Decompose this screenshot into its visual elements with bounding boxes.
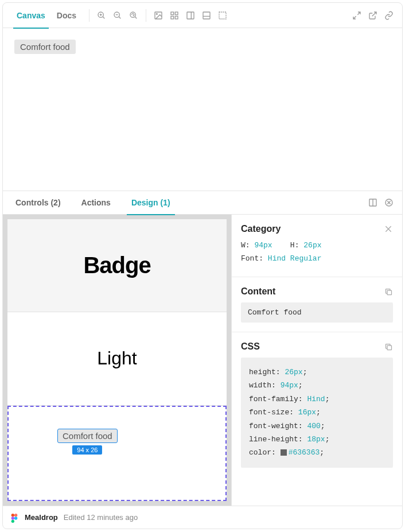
divider [146, 9, 146, 22]
close-panel-icon[interactable] [384, 197, 394, 208]
layout-controls [153, 10, 228, 21]
svg-point-32 [14, 517, 17, 519]
w-label: W: [241, 241, 250, 250]
css-lh-val: 18px [307, 435, 325, 444]
addon-tabs: Controls (2) Actions Design (1) [3, 191, 402, 215]
svg-point-7 [130, 12, 135, 17]
fullscreen-icon[interactable] [352, 10, 362, 21]
zoom-in-icon[interactable] [96, 10, 107, 21]
panel-toggle-icon[interactable] [368, 197, 378, 208]
css-width-val: 94px [281, 381, 298, 390]
w-value: 94px [254, 241, 272, 250]
h-value: 26px [303, 241, 321, 250]
svg-rect-27 [387, 290, 392, 295]
inspector-title-content: Content [241, 286, 275, 297]
tab-docs[interactable]: Docs [51, 3, 82, 28]
main-wrapper: Canvas Docs [2, 2, 403, 529]
css-ff-prop: font-family: [249, 395, 303, 403]
svg-point-29 [11, 514, 14, 517]
css-fw-prop: font-weight: [249, 422, 303, 430]
css-code-box[interactable]: height: 26px; width: 94px; font-family: … [241, 358, 393, 468]
close-icon[interactable] [384, 224, 393, 234]
css-height-prop: height: [249, 368, 281, 376]
grid-icon[interactable] [169, 10, 180, 21]
tab-canvas[interactable]: Canvas [11, 3, 51, 28]
svg-rect-28 [387, 345, 392, 350]
metrics-font: Font: Hind Regular [241, 254, 393, 263]
panel-right-icon[interactable] [185, 10, 196, 21]
dimension-label: 94 x 26 [72, 445, 102, 455]
svg-point-10 [156, 13, 157, 14]
zoom-controls [96, 10, 139, 21]
css-fs-prop: font-size: [249, 408, 294, 417]
copy-icon[interactable] [384, 343, 393, 351]
css-height-val: 26px [285, 368, 302, 376]
content-value-box[interactable]: Comfort food [241, 302, 393, 323]
inspector-section-content: Content Comfort food [232, 277, 402, 332]
color-swatch [281, 449, 287, 456]
svg-rect-13 [171, 16, 174, 19]
svg-point-31 [11, 517, 14, 519]
svg-line-5 [119, 17, 120, 18]
inspector-title-category: Category [241, 224, 281, 234]
outline-icon[interactable] [217, 10, 228, 21]
css-color-prop: color: [249, 448, 276, 457]
divider [89, 9, 89, 22]
inspector-panel: Category W: 94px H: 26px Font: Hind Regu… [231, 215, 402, 506]
design-label-badge: Badge [83, 253, 150, 278]
font-label: Font: [241, 254, 263, 263]
css-fs-val: 16px [298, 408, 316, 417]
panel-bottom-icon[interactable] [201, 10, 212, 21]
zoom-out-icon[interactable] [112, 10, 123, 21]
image-icon[interactable] [153, 10, 163, 21]
css-ff-val: Hind [307, 395, 325, 403]
css-fw-val: 400 [307, 422, 320, 430]
open-external-icon[interactable] [368, 10, 378, 21]
copy-icon[interactable] [384, 288, 393, 296]
badge-component: Comfort food [14, 40, 76, 54]
tab-design[interactable]: Design (1) [127, 191, 175, 215]
h-label: H: [290, 241, 299, 250]
css-width-prop: width: [249, 381, 276, 390]
css-color-val: #636363 [289, 448, 320, 457]
svg-line-1 [103, 17, 104, 18]
window-controls [352, 10, 394, 21]
design-preview-panel: Badge Light Comfort food 94 x 26 [3, 215, 231, 506]
svg-point-33 [11, 519, 14, 522]
inspector-title-css: CSS [241, 341, 260, 352]
top-toolbar: Canvas Docs [3, 3, 402, 28]
svg-rect-14 [175, 16, 178, 19]
canvas-area[interactable]: Comfort food [3, 28, 402, 191]
footer-project-name: Mealdrop [25, 513, 58, 522]
selected-badge-wrapper: Comfort food 94 x 26 [57, 429, 118, 443]
svg-rect-19 [219, 12, 226, 19]
svg-line-8 [135, 17, 137, 18]
design-label-light: Light [97, 348, 137, 369]
design-card-selected[interactable]: Comfort food 94 x 26 [7, 406, 227, 501]
footer-bar: Mealdrop Edited 12 minutes ago [3, 506, 402, 529]
font-value: Hind Regular [268, 254, 322, 263]
zoom-reset-icon[interactable] [128, 10, 139, 21]
svg-rect-17 [203, 12, 210, 19]
metrics-dimensions: W: 94px H: 26px [241, 241, 393, 250]
selected-chip[interactable]: Comfort food [57, 429, 118, 443]
design-card-light[interactable]: Light [7, 312, 227, 405]
tab-actions[interactable]: Actions [77, 191, 115, 215]
tab-controls[interactable]: Controls (2) [11, 191, 65, 215]
panel-container: Badge Light Comfort food 94 x 26 Categor… [3, 215, 402, 506]
figma-icon [11, 514, 19, 522]
footer-edit-time: Edited 12 minutes ago [64, 513, 138, 522]
svg-rect-12 [175, 12, 178, 15]
link-icon[interactable] [384, 10, 394, 21]
svg-rect-11 [171, 12, 174, 15]
css-lh-prop: line-height: [249, 435, 303, 444]
svg-point-30 [14, 514, 17, 517]
inspector-section-css: CSS height: 26px; width: 94px; font-fami… [232, 332, 402, 477]
inspector-section-category: Category W: 94px H: 26px Font: Hind Regu… [232, 215, 402, 277]
design-card-badge[interactable]: Badge [7, 219, 227, 312]
top-tab-group: Canvas Docs [11, 3, 82, 28]
svg-rect-15 [187, 12, 194, 19]
